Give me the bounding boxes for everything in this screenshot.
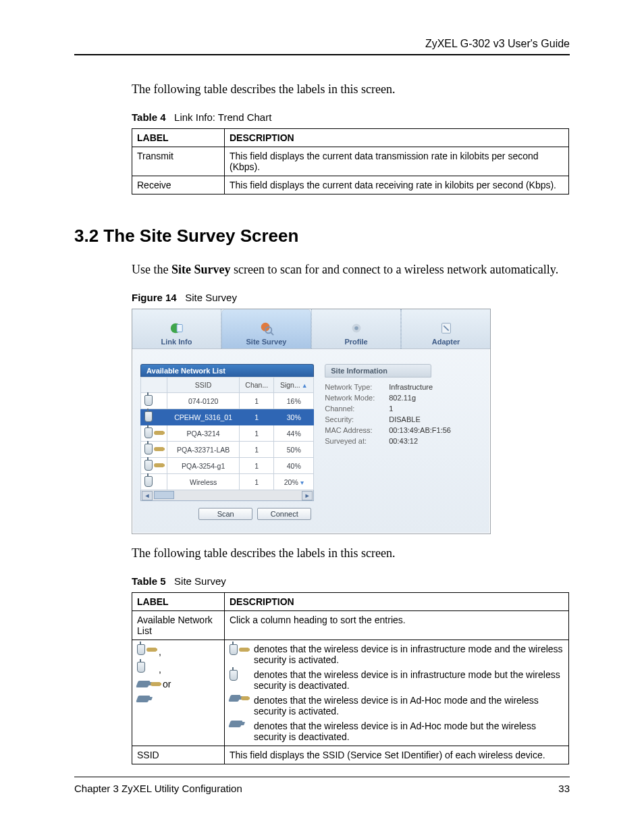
cell-channel: 1 — [240, 393, 274, 409]
info-channel-v: 1 — [389, 405, 393, 413]
cell-ssid: PQA-32371-LAB — [167, 442, 240, 458]
adhoc-open-icon — [228, 721, 243, 727]
footer-rule — [74, 777, 570, 777]
scroll-right-icon[interactable]: ► — [302, 491, 313, 500]
scroll-left-icon[interactable]: ◄ — [142, 491, 153, 500]
info-channel-k: Channel: — [325, 405, 389, 413]
tab-profile[interactable]: Profile — [311, 309, 401, 348]
tab-link-info[interactable]: Link Info — [132, 309, 221, 348]
info-network-type-v: Infrastructure — [389, 383, 433, 391]
table5-r1-desc: Click a column heading to sort the entri… — [225, 611, 569, 640]
network-row[interactable]: PQA-32371-LAB150% — [141, 442, 314, 458]
table5: LABEL DESCRIPTION Available Network List… — [132, 592, 569, 764]
adhoc-secure-icon — [230, 695, 248, 702]
table5-caption: Table 5 Site Survey — [132, 575, 570, 587]
tab-link-info-label: Link Info — [161, 338, 192, 346]
tab-adapter[interactable]: Adapter — [401, 309, 490, 348]
header-guide-title: ZyXEL G-302 v3 User's Guide — [74, 38, 570, 50]
network-row[interactable]: PQA-3214144% — [141, 425, 314, 442]
cell-channel: 1 — [240, 474, 274, 490]
adhoc-open-icon — [136, 696, 151, 702]
col-ssid[interactable]: SSID — [167, 377, 240, 393]
cell-channel: 1 — [240, 409, 274, 425]
table5-head-desc: DESCRIPTION — [225, 593, 569, 611]
sep1: , — [156, 646, 161, 657]
available-network-title: Available Network List — [140, 364, 314, 377]
network-row[interactable]: PQA-3254-g1140% — [141, 458, 314, 474]
network-row[interactable]: 074-0120116% — [141, 393, 314, 409]
svg-point-6 — [354, 326, 358, 330]
info-security-v: DISABLE — [389, 415, 420, 423]
table4-head-desc: DESCRIPTION — [225, 129, 569, 147]
cell-signal: 44% — [274, 425, 314, 442]
icon-desc-3: denotes that the wireless device is in A… — [254, 695, 564, 716]
table5-r1-label: Available Network List — [132, 611, 225, 640]
sep3: or — [160, 679, 171, 689]
figure14: Link Info Site Survey Profile — [132, 309, 570, 534]
info-security-k: Security: — [325, 415, 389, 423]
figure14-caption: Figure 14 Site Survey — [132, 292, 570, 303]
sep2: , — [156, 664, 161, 675]
section-heading: 3.2 The Site Survey Screen — [74, 226, 570, 246]
table5-r2-desc: denotes that the wireless device is in i… — [225, 640, 569, 746]
cell-channel: 1 — [240, 425, 274, 442]
table5-caption-prefix: Table 5 — [132, 575, 166, 587]
sort-asc-icon: ▲ — [302, 382, 308, 389]
tab-profile-label: Profile — [344, 338, 367, 346]
infra-secure-icon — [141, 458, 167, 474]
col-icon[interactable] — [141, 377, 167, 393]
table5-r2-label: , , or — [132, 640, 225, 746]
wrench-doc-icon — [437, 320, 455, 336]
tab-adapter-label: Adapter — [432, 338, 460, 346]
site-information-panel: Site Information Network Type:Infrastruc… — [325, 364, 482, 520]
cell-ssid: PQA-3214 — [167, 425, 240, 442]
table4-caption: Table 4 Link Info: Trend Chart — [132, 111, 570, 123]
connect-button[interactable]: Connect — [257, 508, 311, 520]
horizontal-scrollbar[interactable]: ◄ ► — [140, 490, 314, 501]
table4-r0-label: Transmit — [132, 147, 225, 176]
svg-rect-1 — [177, 325, 182, 332]
info-surveyed-k: Surveyed at: — [325, 437, 389, 445]
section-intro-post: screen to scan for and connect to a wire… — [230, 263, 558, 276]
site-survey-window: Link Info Site Survey Profile — [132, 309, 491, 534]
col-signal[interactable]: Sign...▲ — [274, 377, 314, 393]
info-network-type-k: Network Type: — [325, 383, 389, 391]
footer-chapter: Chapter 3 ZyXEL Utility Configuration — [74, 783, 242, 794]
info-network-mode-k: Network Mode: — [325, 394, 389, 402]
intro-text-1: The following table describes the labels… — [132, 82, 570, 97]
figure14-caption-prefix: Figure 14 — [132, 292, 177, 303]
tab-site-survey-label: Site Survey — [246, 338, 287, 346]
table4-r1-label: Receive — [132, 176, 225, 194]
table-row: Available Network List Click a column he… — [132, 611, 569, 640]
tab-site-survey[interactable]: Site Survey — [221, 309, 311, 348]
table-row: SSID This field displays the SSID (Servi… — [132, 746, 569, 764]
table4-r0-desc: This field displays the current data tra… — [225, 147, 569, 176]
magnifier-globe-icon — [258, 320, 275, 336]
scroll-thumb[interactable] — [154, 491, 174, 499]
table5-caption-title: Site Survey — [174, 575, 226, 587]
col-channel[interactable]: Chan... — [240, 377, 274, 393]
network-row[interactable]: Wireless120% ▾ — [141, 474, 314, 490]
table-row: , , or denotes that the wireless device … — [132, 640, 569, 746]
network-row[interactable]: CPEHW_5316_01130% — [141, 409, 314, 425]
globe-doc-icon — [168, 320, 186, 336]
icon-desc-2: denotes that the wireless device is in i… — [254, 669, 564, 691]
available-network-panel: Available Network List SSID Chan... Sign… — [140, 364, 314, 520]
scan-button[interactable]: Scan — [198, 508, 252, 520]
section-intro: Use the Site Survey screen to scan for a… — [132, 263, 570, 277]
infra-open-icon — [137, 661, 156, 673]
network-table[interactable]: SSID Chan... Sign...▲ 074-0120116%CPEHW_… — [140, 377, 314, 490]
info-surveyed-v: 00:43:12 — [389, 437, 418, 445]
infra-secure-icon — [141, 425, 167, 442]
info-mac-v: 00:13:49:AB:F1:56 — [389, 426, 451, 434]
section-intro-bold: Site Survey — [171, 263, 231, 276]
cell-ssid: CPEHW_5316_01 — [167, 409, 240, 425]
scroll-down-icon[interactable]: ▾ — [300, 479, 304, 486]
icon-desc-4: denotes that the wireless device is in A… — [254, 721, 564, 742]
icon-desc-1: denotes that the wireless device is in i… — [254, 644, 564, 665]
table4-caption-prefix: Table 4 — [132, 111, 166, 123]
table5-r3-label: SSID — [132, 746, 225, 764]
header-rule — [74, 54, 570, 55]
cell-signal: 20% ▾ — [274, 474, 314, 490]
info-network-mode-v: 802.11g — [389, 394, 416, 402]
